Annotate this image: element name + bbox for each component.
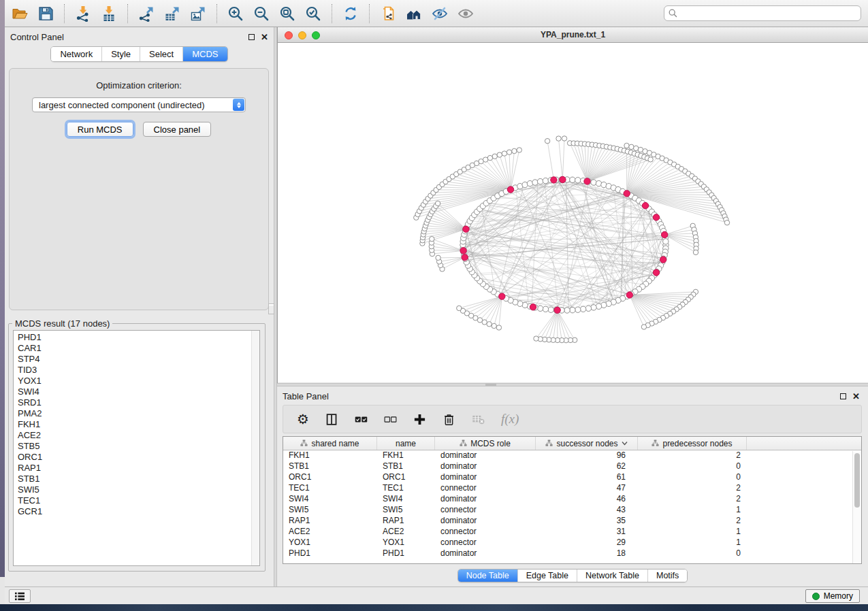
column-header-shared-name[interactable]: shared name xyxy=(283,437,377,450)
import-table-icon xyxy=(101,5,117,22)
delete-table-button[interactable] xyxy=(472,411,485,427)
list-item[interactable]: SWI5 xyxy=(14,484,259,495)
table-settings-button[interactable]: ⚙ xyxy=(297,411,309,427)
close-panel-icon[interactable]: ✕ xyxy=(852,393,860,399)
table-cell: 0 xyxy=(638,548,747,559)
list-item[interactable]: YOX1 xyxy=(14,376,259,386)
table-row[interactable]: ORC1ORC1dominator610 xyxy=(283,472,861,483)
table-row[interactable]: SWI5SWI5connector431 xyxy=(283,505,861,516)
list-item[interactable]: PMA2 xyxy=(14,408,259,419)
list-item[interactable]: STP4 xyxy=(14,354,259,365)
open-session-button[interactable] xyxy=(10,3,30,24)
list-item[interactable]: ORC1 xyxy=(14,452,259,463)
table-row[interactable]: SWI4SWI4dominator462 xyxy=(283,494,861,505)
close-panel-button[interactable]: Close panel xyxy=(143,122,212,137)
tab-network-table[interactable]: Network Table xyxy=(577,569,647,582)
deselect-all-rows-button[interactable] xyxy=(384,411,397,427)
table-cell: RAP1 xyxy=(283,516,377,527)
tab-edge-table[interactable]: Edge Table xyxy=(517,569,577,582)
table-row[interactable]: RAP1RAP1dominator352 xyxy=(283,516,861,527)
list-item[interactable]: GCR1 xyxy=(14,506,259,517)
apply-function-button[interactable]: f(x) xyxy=(501,411,519,427)
network-view-titlebar[interactable]: YPA_prune.txt_1 xyxy=(278,27,868,43)
list-item[interactable]: CAR1 xyxy=(14,343,259,354)
table-row[interactable]: PHD1PHD1dominator180 xyxy=(283,548,861,559)
export-image-button[interactable] xyxy=(188,3,208,24)
table-row[interactable]: TEC1TEC1connector472 xyxy=(283,483,861,494)
list-item[interactable]: TEC1 xyxy=(14,495,259,506)
table-row[interactable]: STB1STB1dominator620 xyxy=(283,461,861,472)
show-hidden-button[interactable] xyxy=(455,3,476,24)
column-header-predecessor-nodes[interactable]: predecessor nodes xyxy=(638,437,747,450)
tab-select[interactable]: Select xyxy=(140,47,182,61)
table-row[interactable]: YOX1YOX1connector291 xyxy=(283,538,861,548)
splitter-grip-icon[interactable] xyxy=(485,384,496,386)
memory-button[interactable]: Memory xyxy=(805,589,860,603)
refresh-icon xyxy=(342,5,359,22)
task-history-button[interactable] xyxy=(9,589,31,603)
list-item[interactable]: RAP1 xyxy=(14,463,259,474)
column-header-MCDS-role[interactable]: MCDS role xyxy=(435,437,536,450)
column-header-filler xyxy=(747,437,861,450)
list-item[interactable]: STB1 xyxy=(14,474,259,484)
table-cell: ORC1 xyxy=(283,472,377,483)
minimize-window-icon[interactable] xyxy=(298,31,306,39)
table-row[interactable]: ACE2ACE2connector311 xyxy=(283,527,861,538)
import-table-button[interactable] xyxy=(99,3,119,24)
close-panel-icon[interactable]: ✕ xyxy=(261,34,268,40)
list-item[interactable]: SRD1 xyxy=(14,397,259,408)
hide-selected-button[interactable] xyxy=(430,3,450,24)
float-panel-icon[interactable] xyxy=(840,393,846,399)
select-all-rows-button[interactable] xyxy=(355,411,368,427)
show-all-networks-button[interactable] xyxy=(404,3,424,24)
table-scrollbar[interactable] xyxy=(852,451,861,563)
optimization-criterion-label: Optimization criterion: xyxy=(10,80,268,90)
list-item[interactable]: TID3 xyxy=(14,365,259,376)
zoom-out-button[interactable] xyxy=(251,3,272,24)
import-network-button[interactable] xyxy=(73,3,93,24)
tab-style[interactable]: Style xyxy=(101,47,140,61)
zoom-selected-button[interactable] xyxy=(303,3,323,24)
export-table-button[interactable] xyxy=(162,3,182,24)
tab-node-table[interactable]: Node Table xyxy=(458,569,517,582)
list-item[interactable]: FKH1 xyxy=(14,419,259,430)
float-panel-icon[interactable] xyxy=(248,34,255,40)
column-header-successor-nodes[interactable]: successor nodes xyxy=(536,437,638,450)
list-item[interactable]: STB5 xyxy=(14,441,259,452)
network-graph[interactable] xyxy=(278,43,868,382)
network-canvas[interactable] xyxy=(278,43,868,382)
optimization-criterion-select[interactable]: largest connected component (undirected) xyxy=(32,97,246,112)
create-column-button[interactable] xyxy=(413,411,426,427)
maximize-window-icon[interactable] xyxy=(312,31,320,39)
mcds-list-scrollbar[interactable] xyxy=(251,331,259,565)
toolbar-separator xyxy=(369,4,370,23)
zoom-fit-button[interactable] xyxy=(277,3,298,24)
save-session-button[interactable] xyxy=(35,3,56,24)
search-input[interactable] xyxy=(664,5,861,21)
table-row[interactable]: FKH1FKH1dominator962 xyxy=(283,450,861,461)
scrollbar-thumb[interactable] xyxy=(854,453,860,508)
table-tabbar: Node TableEdge TableNetwork TableMotifs xyxy=(457,569,688,582)
tab-mcds[interactable]: MCDS xyxy=(182,47,227,61)
column-header-name[interactable]: name xyxy=(377,437,435,450)
show-columns-button[interactable] xyxy=(325,411,338,427)
delete-columns-button[interactable] xyxy=(443,411,455,427)
tab-motifs[interactable]: Motifs xyxy=(647,569,687,582)
list-item[interactable]: PHD1 xyxy=(14,331,259,343)
list-item[interactable]: ACE2 xyxy=(14,430,259,441)
zoom-in-button[interactable] xyxy=(225,3,246,24)
close-window-icon[interactable] xyxy=(285,31,293,39)
table-cell: connector xyxy=(435,505,536,516)
table-cell: 96 xyxy=(536,450,638,461)
splitter-grip-icon[interactable] xyxy=(268,303,274,314)
column-namespace-icon xyxy=(460,440,467,447)
clone-network-button[interactable] xyxy=(378,3,398,24)
tab-network[interactable]: Network xyxy=(51,47,101,61)
refresh-network-button[interactable] xyxy=(340,3,361,24)
table-cell: dominator xyxy=(435,494,536,505)
list-item[interactable]: SWI4 xyxy=(14,386,259,397)
export-network-button[interactable] xyxy=(136,3,157,24)
eye-slash-icon xyxy=(432,5,448,22)
mcds-result-list[interactable]: PHD1CAR1STP4TID3YOX1SWI4SRD1PMA2FKH1ACE2… xyxy=(13,330,260,566)
run-mcds-button[interactable]: Run MCDS xyxy=(67,122,133,137)
